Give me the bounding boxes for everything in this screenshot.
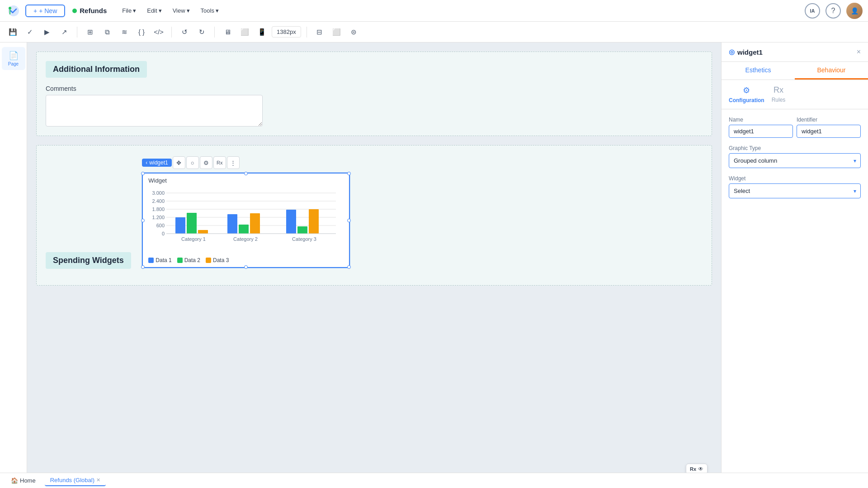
tablet-view[interactable]: ⬜ [237, 25, 252, 39]
check-button[interactable]: ✓ [23, 25, 37, 39]
widget-title: Widget [143, 174, 349, 186]
widget-select-wrapper: Select ▾ [729, 183, 861, 198]
panel-body: Name Identifier Graphic Type Grouped col… [722, 109, 868, 206]
move-tool[interactable]: ✥ [173, 156, 185, 169]
identifier-input[interactable] [797, 125, 861, 138]
legend-dot-3 [206, 258, 211, 263]
identifier-label: Identifier [797, 117, 861, 123]
data-button[interactable]: ≋ [117, 25, 132, 39]
menu-file[interactable]: File ▾ [118, 5, 141, 16]
svg-text:Category 3: Category 3 [292, 236, 316, 242]
graphic-type-select[interactable]: Grouped column Bar Line Pie [729, 153, 861, 168]
app-name: Refunds [72, 7, 107, 14]
svg-rect-21 [309, 209, 319, 234]
right-panel: ◎ widget1 × Esthetics Behaviour ⚙ Config… [721, 42, 868, 488]
tab-behaviour[interactable]: Behaviour [795, 62, 868, 80]
home-tab[interactable]: 🏠 Home [5, 475, 41, 486]
svg-text:600: 600 [156, 223, 165, 228]
page-label: Page [8, 61, 19, 66]
separator-1 [77, 27, 77, 38]
user-avatar[interactable]: 👤 [846, 3, 863, 19]
additional-info-title: Additional Information [46, 61, 147, 78]
comments-textarea[interactable] [46, 95, 263, 127]
code-button[interactable]: </> [151, 25, 166, 39]
close-panel-button[interactable]: × [857, 48, 861, 56]
refunds-tab[interactable]: Refunds (Global) ✕ [45, 475, 106, 486]
circle-tool[interactable]: ○ [186, 156, 199, 169]
separator-3 [214, 27, 215, 38]
svg-rect-13 [175, 217, 185, 234]
name-input[interactable] [729, 125, 793, 138]
rules-icon: Rx [774, 85, 783, 95]
home-icon: 🏠 [11, 477, 18, 484]
resize-handle-tr[interactable] [347, 172, 351, 175]
tab-esthetics[interactable]: Esthetics [722, 62, 795, 80]
widget-tag-label: widget1 [149, 160, 168, 166]
svg-text:1.800: 1.800 [152, 206, 165, 212]
menu-tools[interactable]: Tools ▾ [196, 5, 223, 16]
tab-behaviour-label: Behaviour [817, 66, 845, 74]
top-bar: + + New Refunds File ▾ Edit ▾ View ▾ Too… [0, 0, 868, 22]
resize-handle-right[interactable] [347, 219, 351, 222]
menu-view[interactable]: View ▾ [168, 5, 194, 16]
svg-text:0: 0 [162, 231, 165, 236]
resize-handle-br[interactable] [347, 265, 351, 269]
graphic-type-select-wrapper: Grouped column Bar Line Pie ▾ [729, 153, 861, 168]
new-label: + New [39, 7, 57, 14]
logic-button[interactable]: { } [134, 25, 149, 39]
tab-esthetics-label: Esthetics [745, 66, 771, 74]
close-tab-icon[interactable]: ✕ [96, 477, 100, 483]
spending-widgets-section: Spending Widgets ‹ widget1 ✥ ○ ⚙ Rx ⋮ [36, 145, 712, 286]
desktop-view[interactable]: 🖥 [220, 25, 235, 39]
sidebar-item-page[interactable]: 📄 Page [2, 47, 25, 70]
refunds-tab-label: Refunds (Global) [50, 477, 94, 483]
subtab-rules-label: Rules [772, 97, 786, 103]
ia-badge[interactable]: IA [805, 3, 820, 19]
config-icon: ⚙ [743, 85, 750, 95]
more-tool[interactable]: ⋮ [227, 156, 240, 169]
widget-box[interactable]: Widget 3.000 2.400 1.800 1.200 600 0 [142, 173, 350, 268]
eye-icon: 👁 [698, 466, 703, 472]
widget-select[interactable]: Select [729, 183, 861, 198]
subtab-rules[interactable]: Rx Rules [772, 85, 786, 103]
redo-button[interactable]: ↻ [194, 25, 209, 39]
subtab-configuration[interactable]: ⚙ Configuration [729, 85, 764, 103]
svg-rect-19 [286, 210, 296, 234]
legend-label-3: Data 3 [213, 257, 229, 263]
mobile-view[interactable]: 📱 [255, 25, 269, 39]
legend-dot-2 [177, 258, 183, 263]
undo-button[interactable]: ↺ [177, 25, 192, 39]
identifier-field: Identifier [797, 117, 861, 138]
help-button[interactable]: ? [826, 3, 841, 19]
components-button[interactable]: ⊞ [83, 25, 97, 39]
resize-handle-bl[interactable] [141, 265, 145, 269]
export-button[interactable]: ↗ [57, 25, 71, 39]
svg-rect-18 [250, 213, 260, 234]
legend-data3: Data 3 [206, 257, 229, 263]
graphic-type-field: Graphic Type Grouped column Bar Line Pie… [729, 145, 861, 168]
save-button[interactable]: 💾 [5, 25, 20, 39]
widget-select-label: Widget [729, 175, 861, 182]
new-button[interactable]: + + New [25, 5, 65, 17]
resize-handle-top[interactable] [244, 172, 248, 175]
resize-handle-left[interactable] [141, 219, 145, 222]
frame-button[interactable]: ⬜ [330, 25, 344, 39]
resize-handle-bottom[interactable] [244, 265, 248, 269]
svg-text:3.000: 3.000 [152, 190, 165, 196]
play-button[interactable]: ▶ [40, 25, 54, 39]
chart-svg: 3.000 2.400 1.800 1.200 600 0 [148, 189, 338, 248]
rx-icon: Rx [690, 466, 696, 472]
gear-tool[interactable]: ⚙ [200, 156, 212, 169]
panel-subtabs: ⚙ Configuration Rx Rules [722, 80, 868, 109]
panel-header: ◎ widget1 × [722, 42, 868, 62]
grid-button[interactable]: ⊟ [312, 25, 327, 39]
svg-rect-17 [239, 225, 249, 234]
svg-text:2.400: 2.400 [152, 198, 165, 204]
canvas-area[interactable]: Additional Information Comments Spending… [27, 42, 721, 488]
chart-area: 3.000 2.400 1.800 1.200 600 0 [143, 186, 349, 255]
name-identifier-group: Name Identifier [729, 117, 861, 138]
rx-tool[interactable]: Rx [213, 156, 226, 169]
layers-button[interactable]: ⧉ [100, 25, 114, 39]
menu-edit[interactable]: Edit ▾ [142, 5, 166, 16]
filter-button[interactable]: ⊜ [347, 25, 361, 39]
